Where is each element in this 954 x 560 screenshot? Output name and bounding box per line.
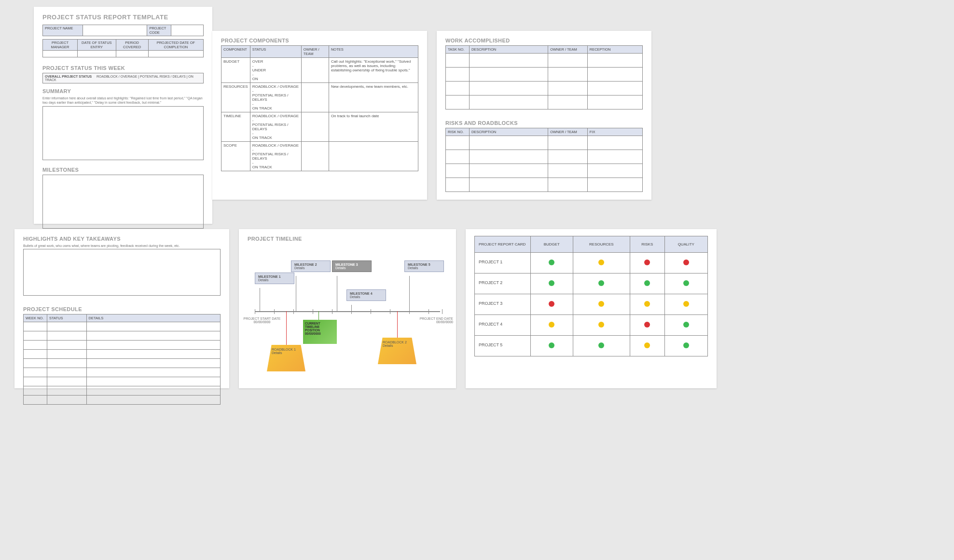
col-component: COMPONENT <box>221 46 250 58</box>
end-label: PROJECT END DATE00/00/0000 <box>415 317 453 324</box>
cell[interactable] <box>24 368 47 377</box>
cell[interactable] <box>548 178 588 192</box>
components-title: PROJECT COMPONENTS <box>221 38 418 43</box>
cell[interactable] <box>47 341 86 350</box>
overall-status-line: OVERALL PROJECT STATUS ROADBLOCK / OVERA… <box>42 73 204 83</box>
cell[interactable] <box>469 82 548 96</box>
cell[interactable] <box>47 359 86 368</box>
cell[interactable] <box>24 386 47 396</box>
cell[interactable] <box>24 359 47 368</box>
cell[interactable] <box>587 54 642 68</box>
component-notes: On track to final launch date <box>329 112 418 142</box>
status-dot-icon <box>683 280 689 286</box>
cell[interactable] <box>587 68 642 82</box>
cell[interactable] <box>86 331 220 341</box>
col-desc: DESCRIPTION <box>469 46 548 54</box>
cell[interactable] <box>24 331 47 341</box>
cell[interactable] <box>548 164 588 178</box>
highlights-box[interactable] <box>23 249 221 296</box>
cell[interactable] <box>446 136 470 150</box>
cell[interactable] <box>446 164 470 178</box>
component-owner[interactable] <box>301 142 329 171</box>
cell[interactable] <box>47 350 86 359</box>
cell[interactable] <box>47 386 86 396</box>
cell[interactable] <box>469 54 548 68</box>
cell[interactable] <box>171 25 204 36</box>
status-label: OVERALL PROJECT STATUS <box>45 75 92 78</box>
cell[interactable] <box>47 377 86 386</box>
cell[interactable] <box>587 178 642 192</box>
highlights-title: HIGHLIGHTS AND KEY TAKEAWAYS <box>23 236 221 242</box>
cell[interactable] <box>78 51 116 57</box>
cell[interactable] <box>469 68 548 82</box>
cell[interactable] <box>469 136 548 150</box>
cell[interactable] <box>24 396 47 405</box>
cell[interactable] <box>86 341 220 350</box>
cell[interactable] <box>86 396 220 405</box>
cell[interactable] <box>548 96 588 109</box>
schedule-table: WEEK NO. STATUS DETAILS <box>23 314 221 405</box>
cell[interactable] <box>86 350 220 359</box>
cell[interactable] <box>587 150 642 164</box>
component-owner[interactable] <box>301 112 329 142</box>
page-highlights-schedule: HIGHLIGHTS AND KEY TAKEAWAYS Bullets of … <box>14 229 229 388</box>
cell[interactable] <box>446 96 470 109</box>
status-dot-icon <box>598 301 604 307</box>
cell[interactable] <box>446 54 470 68</box>
component-name: RESOURCES <box>221 83 250 112</box>
cell[interactable] <box>24 322 47 331</box>
cell[interactable] <box>446 82 470 96</box>
cell[interactable] <box>548 136 588 150</box>
cell[interactable] <box>469 164 548 178</box>
milestones-box[interactable] <box>42 175 204 229</box>
component-status: ROADBLOCK / OVERAGE - POTENTIAL RISKS / … <box>250 83 301 112</box>
cell[interactable] <box>469 178 548 192</box>
status-dot-icon <box>549 322 554 328</box>
cell[interactable] <box>469 150 548 164</box>
cell[interactable] <box>47 331 86 341</box>
col-task-no: TASK NO. <box>446 46 470 54</box>
cell[interactable] <box>446 68 470 82</box>
cell[interactable] <box>148 51 203 57</box>
col-owner: OWNER / TEAM <box>548 46 588 54</box>
hdr-pm: PROJECT MANAGER <box>43 40 78 51</box>
cell[interactable] <box>116 51 148 57</box>
cell[interactable] <box>24 350 47 359</box>
cell[interactable] <box>587 96 642 109</box>
hdr-pc: PERIOD COVERED <box>116 40 148 51</box>
component-status: ROADBLOCK / OVERAGE - POTENTIAL RISKS / … <box>250 112 301 142</box>
cell[interactable] <box>587 164 642 178</box>
cell[interactable] <box>86 322 220 331</box>
status-cell <box>530 253 573 273</box>
cell[interactable] <box>446 178 470 192</box>
cell[interactable] <box>86 377 220 386</box>
component-owner[interactable] <box>301 58 329 83</box>
cell[interactable] <box>83 25 147 36</box>
cell[interactable] <box>446 150 470 164</box>
cell[interactable] <box>47 368 86 377</box>
cell[interactable] <box>43 51 78 57</box>
cell[interactable] <box>86 386 220 396</box>
page-status-report: PROJECT STATUS REPORT TEMPLATE PROJECT N… <box>34 7 212 224</box>
roadblock-1: ROADBLOCK 1Details <box>267 345 305 371</box>
component-owner[interactable] <box>301 83 329 112</box>
cell[interactable] <box>548 150 588 164</box>
col-notes: NOTES <box>329 46 418 58</box>
cell[interactable] <box>548 82 588 96</box>
risks-title: RISKS AND ROADBLOCKS <box>445 120 643 126</box>
hdr-pd: PROJECTED DATE OF COMPLETION <box>148 40 203 51</box>
cell[interactable] <box>24 377 47 386</box>
summary-box[interactable] <box>42 106 204 160</box>
status-cell <box>664 294 707 315</box>
cell[interactable] <box>587 82 642 96</box>
cell[interactable] <box>587 136 642 150</box>
cell[interactable] <box>86 359 220 368</box>
cell[interactable] <box>24 341 47 350</box>
cell[interactable] <box>86 368 220 377</box>
cell[interactable] <box>548 68 588 82</box>
cell[interactable] <box>548 54 588 68</box>
cell[interactable] <box>47 322 86 331</box>
page-project-components: PROJECT COMPONENTS COMPONENT STATUS OWNE… <box>212 31 427 200</box>
cell[interactable] <box>47 396 86 405</box>
cell[interactable] <box>469 96 548 109</box>
